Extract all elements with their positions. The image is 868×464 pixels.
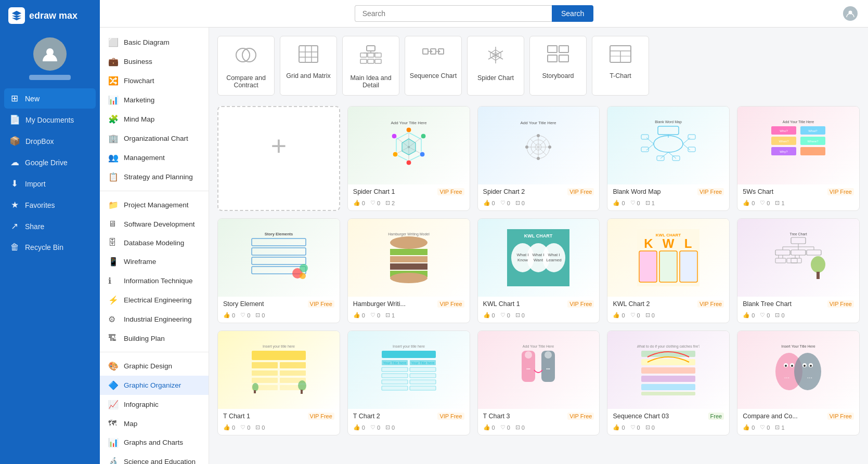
- t-chart-3-thumb: Add Your Title Here ••• •••: [478, 331, 600, 409]
- type-card-grid[interactable]: Grid and Matrix: [280, 36, 337, 96]
- basic-diagram-icon: ⬜: [108, 37, 119, 47]
- cat-database[interactable]: 🗄 Database Modeling: [100, 233, 209, 252]
- tpl-blank-tree-chart[interactable]: Tree Chart: [737, 218, 860, 323]
- cat-electrical-eng[interactable]: ⚡ Electrical Engineering: [100, 290, 209, 310]
- topbar-user-icon[interactable]: [843, 6, 858, 21]
- svg-text:Learned: Learned: [547, 258, 562, 262]
- sidebar-item-favorites[interactable]: ★ Favorites: [4, 195, 96, 215]
- tpl-t-chart-3[interactable]: Add Your Title Here ••• ••• T Chart 3: [477, 330, 600, 435]
- svg-text:Where?: Where?: [808, 140, 819, 143]
- type-card-compare[interactable]: Compare and Contract: [217, 36, 275, 96]
- svg-point-105: [300, 264, 308, 272]
- cat-graphs-charts[interactable]: 📊 Graphs and Charts: [100, 433, 209, 452]
- svg-point-67: [537, 134, 540, 137]
- type-card-spider[interactable]: Spider Chart: [467, 36, 524, 96]
- tpl-spider-chart-2[interactable]: Add Your Title Here: [477, 106, 600, 211]
- svg-text:Blank Word Map: Blank Word Map: [655, 120, 682, 124]
- tpl-t-chart-2[interactable]: Insert your title here Your Title here Y…: [347, 330, 470, 435]
- sidebar-item-import[interactable]: ⬇ Import: [4, 174, 96, 194]
- share-icon: ↗: [9, 221, 20, 232]
- svg-marker-52: [402, 139, 416, 155]
- flowchart-icon: 🔀: [108, 76, 119, 86]
- svg-rect-4: [299, 46, 318, 62]
- science-icon: 🔬: [108, 457, 119, 464]
- cat-divider-2: [100, 352, 209, 352]
- sidebar-item-dropbox[interactable]: 📦 DropBox: [4, 131, 96, 151]
- svg-text:What I: What I: [533, 253, 545, 257]
- cat-business[interactable]: 💼 Business: [100, 52, 209, 71]
- svg-marker-24: [438, 50, 441, 53]
- search-input[interactable]: [355, 5, 552, 22]
- cat-infographic[interactable]: 📈 Infographic: [100, 395, 209, 414]
- svg-point-164: [252, 383, 258, 391]
- tpl-story-element[interactable]: Story Elements Story Element VIP Fre: [217, 218, 340, 323]
- tpl-spider-chart-1[interactable]: Add Your Title Here: [347, 106, 470, 211]
- cat-graphic-organizer[interactable]: 🔷 Graphic Organizer: [100, 376, 209, 395]
- svg-rect-140: [775, 250, 790, 255]
- svg-rect-158: [252, 378, 278, 383]
- sidebar-item-my-documents[interactable]: 📄 My Documents: [4, 110, 96, 130]
- svg-point-68: [537, 157, 540, 160]
- project-mgmt-icon: 📁: [108, 200, 119, 210]
- tpl-compare-co[interactable]: Insert Your Title Here: [737, 330, 860, 435]
- cat-basic-diagram[interactable]: ⬜ Basic Diagram: [100, 33, 209, 52]
- cat-divider-1: [100, 191, 209, 191]
- svg-rect-156: [252, 370, 278, 376]
- tpl-t-chart-1[interactable]: Insert your title here: [217, 330, 340, 435]
- svg-rect-155: [280, 362, 306, 368]
- strategy-icon: 📋: [108, 172, 119, 182]
- tpl-blank-word-map[interactable]: Blank Word Map: [607, 106, 730, 211]
- cat-org-chart[interactable]: 🏢 Organizational Chart: [100, 129, 209, 148]
- tpl-5ws-chart[interactable]: Add Your Title Here Who? What? When? Whe…: [737, 106, 860, 211]
- svg-rect-134: [791, 237, 806, 244]
- type-card-sequence[interactable]: Sequence Chart: [405, 36, 462, 96]
- cat-building-plan[interactable]: 🏗 Building Plan: [100, 329, 209, 348]
- cat-management[interactable]: 👥 Management: [100, 148, 209, 167]
- sidebar-item-google-drive[interactable]: ☁ Google Drive: [4, 152, 96, 173]
- sidebar-item-new[interactable]: ⊞ New: [4, 88, 96, 109]
- cat-project-mgmt[interactable]: 📁 Project Management: [100, 195, 209, 215]
- tpl-sequence-chart-03[interactable]: What to do if your clothing catches fire…: [607, 330, 730, 435]
- tpl-hamburger[interactable]: Hamburger Writing Model Hamburger Writi.…: [347, 218, 470, 323]
- import-icon: ⬇: [9, 178, 20, 189]
- svg-point-150: [811, 256, 825, 273]
- spider-chart-1-footer: Spider Chart 1 VIP Free: [348, 184, 470, 200]
- type-card-main-idea[interactable]: Main Idea and Detail: [342, 36, 399, 96]
- cat-map[interactable]: 🗺 Map: [100, 414, 209, 433]
- type-card-storyboard[interactable]: Storyboard: [529, 36, 587, 96]
- new-template-card[interactable]: +: [217, 106, 340, 211]
- cat-software-dev[interactable]: 🖥 Software Development: [100, 215, 209, 233]
- mind-map-icon: 🧩: [108, 114, 119, 124]
- org-chart-icon: 🏢: [108, 134, 119, 143]
- cat-mind-map[interactable]: 🧩 Mind Map: [100, 110, 209, 129]
- svg-rect-190: [641, 367, 695, 374]
- svg-point-53: [406, 127, 411, 132]
- tpl-kwl-chart-2[interactable]: KWL CHART K W L KWL Chart 2 VIP Free: [607, 218, 730, 323]
- tpl-kwl-chart-1[interactable]: KWL CHART What I Know What I Want What I…: [477, 218, 600, 323]
- sidebar-item-recycle-bin[interactable]: 🗑 Recycle Bin: [4, 237, 96, 257]
- type-card-tchart[interactable]: T-Chart: [592, 36, 649, 96]
- kwl1-thumb: KWL CHART What I Know What I Want What I…: [478, 219, 600, 297]
- sequence-icon: [422, 45, 445, 67]
- cat-marketing[interactable]: 📊 Marketing: [100, 90, 209, 110]
- svg-point-108: [390, 236, 427, 249]
- search-button[interactable]: Search: [552, 5, 593, 22]
- cat-flowchart[interactable]: 🔀 Flowchart: [100, 71, 209, 90]
- app-logo: edraw max: [0, 0, 100, 31]
- cat-industrial-eng[interactable]: ⚙ Industrial Engineering: [100, 310, 209, 329]
- copies-stat: ⊡ 2: [385, 200, 395, 206]
- svg-text:Insert your title here: Insert your title here: [263, 344, 295, 349]
- cat-info-tech[interactable]: ℹ Information Technique: [100, 271, 209, 290]
- cat-graphic-design[interactable]: 🎨 Graphic Design: [100, 356, 209, 376]
- svg-rect-111: [390, 263, 427, 270]
- cat-wireframe[interactable]: 📱 Wireframe: [100, 252, 209, 271]
- cat-science-edu[interactable]: 🔬 Science and Education: [100, 452, 209, 464]
- category-navigation: ⬜ Basic Diagram 💼 Business 🔀 Flowchart 📊…: [100, 28, 209, 464]
- svg-point-203: [804, 365, 806, 367]
- cat-strategy[interactable]: 📋 Strategy and Planning: [100, 167, 209, 187]
- svg-rect-72: [658, 126, 679, 135]
- svg-text:• • •: • • •: [808, 376, 812, 379]
- avatar-name-placeholder: [29, 75, 71, 80]
- topbar: Search: [100, 0, 868, 28]
- sidebar-item-share[interactable]: ↗ Share: [4, 216, 96, 236]
